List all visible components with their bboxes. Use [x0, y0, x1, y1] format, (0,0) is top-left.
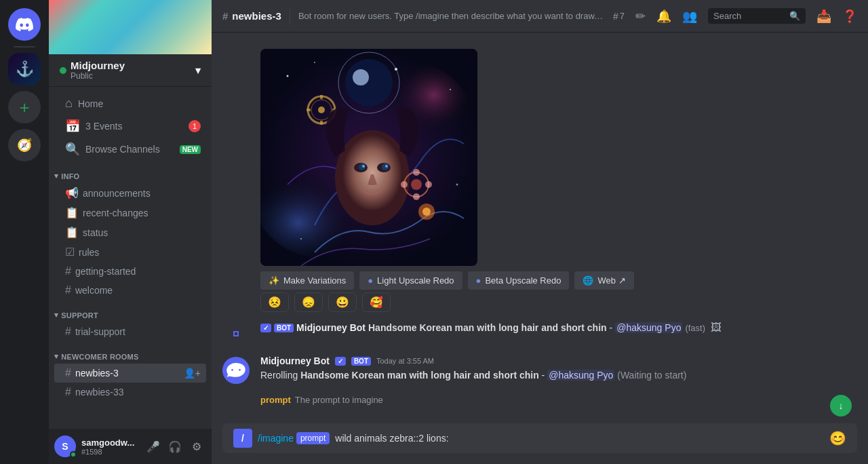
- svg-rect-16: [320, 121, 323, 125]
- make-variations-button[interactable]: ✨ Make Variations: [260, 271, 354, 290]
- deafen-button[interactable]: 🎧: [165, 437, 184, 456]
- add-server-icon[interactable]: ＋: [8, 91, 41, 123]
- input-prefix: /: [228, 423, 258, 453]
- server-name: Midjourney: [71, 60, 125, 71]
- inbox-icon[interactable]: 📥: [816, 9, 831, 24]
- svg-point-25: [385, 165, 388, 168]
- svg-point-33: [422, 208, 431, 216]
- server-header[interactable]: Midjourney Public ▾: [49, 54, 212, 87]
- slash-icon: /: [233, 429, 252, 448]
- message-content-2: Midjourney Bot ✓ BOT Today at 3:55 AM Re…: [260, 355, 857, 384]
- newbies3-icon: #: [65, 367, 71, 379]
- beta-upscale-redo-button[interactable]: ● Beta Upscale Redo: [468, 271, 570, 290]
- channel-recent-label: recent-changes: [83, 208, 149, 218]
- newbies33-icon: #: [65, 386, 71, 398]
- reroll-text: Rerolling: [260, 370, 300, 381]
- svg-point-29: [413, 193, 420, 200]
- channel-newbies3-label: newbies-3: [75, 368, 119, 379]
- getting-started-icon: #: [65, 265, 71, 277]
- add-member-icon[interactable]: 👤+: [184, 368, 201, 379]
- members-icon[interactable]: 👥: [682, 9, 697, 24]
- emoji-button[interactable]: 😊: [829, 430, 846, 446]
- channel-newbies-33[interactable]: # newbies-33: [54, 383, 206, 402]
- bot-author-1: Midjourney Bot: [296, 322, 366, 333]
- svg-point-7: [456, 184, 458, 186]
- threads-icon[interactable]: ✏: [635, 9, 646, 24]
- make-variations-label: Make Variations: [283, 275, 346, 286]
- svg-point-27: [411, 179, 422, 190]
- reaction-3[interactable]: 😀: [328, 292, 357, 312]
- reroll-extra: (Waiting to start): [614, 370, 686, 381]
- channel-newbies-3[interactable]: # newbies-3 👤+: [54, 364, 206, 383]
- msg2-text: Rerolling Handsome Korean man with long …: [260, 369, 857, 382]
- generated-image: [260, 49, 477, 266]
- nav-events[interactable]: 📅 3 Events 1: [54, 115, 206, 138]
- svg-point-28: [413, 169, 420, 176]
- svg-point-6: [450, 89, 451, 90]
- reaction-2[interactable]: 😞: [294, 292, 323, 312]
- bot-author-2: Midjourney Bot: [260, 355, 330, 366]
- channel-rules-label: rules: [79, 247, 99, 258]
- help-icon[interactable]: ❓: [842, 9, 857, 24]
- notification-icon[interactable]: 🔔: [656, 9, 671, 24]
- hash-header-icon: #: [613, 11, 618, 22]
- nav-home-label: Home: [78, 98, 103, 109]
- announcement-icon: 📢: [65, 187, 79, 199]
- category-info-label: INFO: [61, 172, 79, 180]
- channel-status-label: status: [83, 227, 108, 238]
- reaction-4[interactable]: 🥰: [362, 292, 391, 312]
- explore-icon[interactable]: 🧭: [8, 129, 41, 161]
- message-header-2: Midjourney Bot ✓ BOT Today at 3:55 AM: [260, 355, 857, 366]
- search-label: Search: [713, 11, 741, 21]
- msg1-extra: (fast): [685, 323, 705, 333]
- header-actions: # 7 ✏ 🔔 👥 Search 🔍 📥 ❓: [613, 8, 857, 24]
- user-controls: 🎤 🎧 ⚙: [144, 437, 206, 456]
- scroll-to-bottom-button[interactable]: ↓: [830, 395, 852, 417]
- search-box[interactable]: Search 🔍: [708, 8, 806, 24]
- svg-point-8: [300, 238, 302, 239]
- username: samgoodw...: [81, 438, 138, 448]
- light-upscale-icon: ●: [368, 275, 373, 286]
- nav-home[interactable]: ⌂ Home: [54, 92, 206, 115]
- nav-browse-label: Browse Channels: [85, 144, 160, 155]
- channel-trial-support[interactable]: # trial-support: [54, 322, 206, 341]
- message-content-1: ✓ BOT Midjourney Bot Handsome Korean man…: [260, 320, 857, 334]
- mute-button[interactable]: 🎤: [144, 437, 163, 456]
- category-info[interactable]: ▾ INFO: [49, 161, 212, 183]
- category-newcomer[interactable]: ▾ NEWCOMER ROOMS: [49, 341, 212, 364]
- input-area: / /imagine prompt 😊 ↓: [212, 423, 868, 464]
- channel-list: ⌂ Home 📅 3 Events 1 🔍 Browse Channels NE…: [49, 87, 212, 429]
- prompt-tag: prompt: [296, 432, 330, 444]
- reaction-1[interactable]: 😣: [260, 292, 289, 312]
- light-upscale-redo-button[interactable]: ● Light Upscale Redo: [359, 271, 462, 290]
- channel-rules[interactable]: ☑ rules: [54, 242, 206, 262]
- welcome-icon: #: [65, 284, 71, 296]
- message-input[interactable]: [332, 427, 824, 449]
- channel-getting-started-label: getting-started: [75, 266, 136, 277]
- message-group-1: ✓ BOT Midjourney Bot Handsome Korean man…: [212, 317, 868, 350]
- channel-welcome[interactable]: # welcome: [54, 281, 206, 300]
- channel-getting-started[interactable]: # getting-started: [54, 262, 206, 281]
- user-discriminator: #1598: [81, 448, 138, 456]
- prompt-placeholder: The prompt to imagine: [295, 395, 383, 405]
- channel-status[interactable]: 📋 status: [54, 223, 206, 242]
- channel-recent-changes[interactable]: 📋 recent-changes: [54, 203, 206, 223]
- category-support[interactable]: ▾ SUPPORT: [49, 300, 212, 322]
- svg-point-14: [318, 107, 325, 113]
- nav-browse-channels[interactable]: 🔍 Browse Channels NEW: [54, 138, 206, 161]
- action-buttons: ✨ Make Variations ● Light Upscale Redo ●…: [260, 271, 857, 290]
- web-button[interactable]: 🌐 Web ↗: [574, 271, 633, 290]
- discord-home-icon[interactable]: [8, 8, 41, 41]
- browse-icon: 🔍: [65, 142, 80, 157]
- server-divider: [14, 46, 35, 47]
- svg-point-30: [401, 181, 408, 188]
- server-banner: [49, 0, 212, 54]
- server-dropdown-icon[interactable]: ▾: [195, 64, 201, 77]
- midjourney-server-icon[interactable]: ⚓: [8, 53, 41, 85]
- category-newcomer-label: NEWCOMER ROOMS: [61, 353, 138, 361]
- reroll-bold: Handsome Korean man with long hair and s…: [300, 370, 539, 381]
- channel-announcements[interactable]: 📢 announcements: [54, 183, 206, 203]
- settings-button[interactable]: ⚙: [187, 437, 206, 456]
- reroll-mention: @haksung Pyo: [547, 370, 614, 381]
- members-count-icon[interactable]: # 7: [613, 11, 625, 22]
